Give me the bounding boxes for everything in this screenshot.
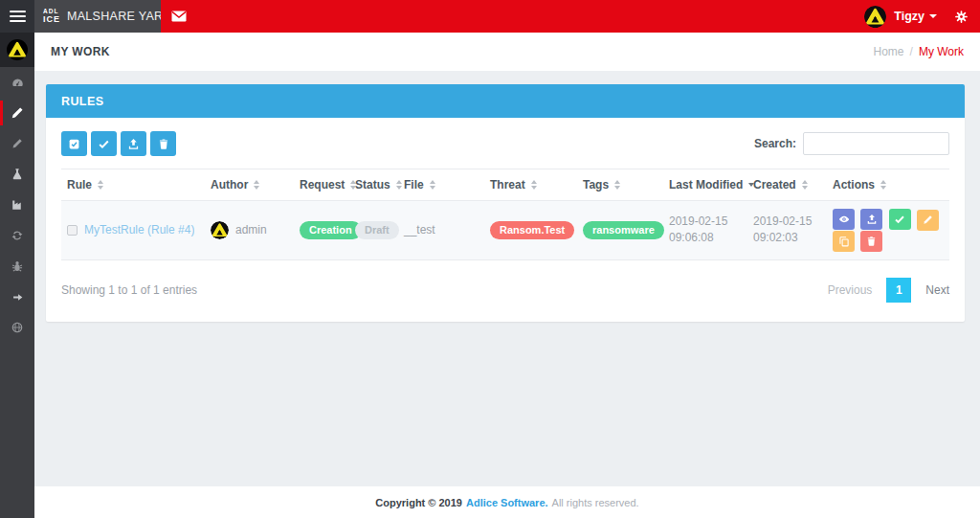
download-button[interactable] <box>860 209 882 230</box>
flask-icon <box>11 168 24 181</box>
bug-icon <box>11 259 24 273</box>
sidebar-item-stats[interactable] <box>0 190 34 220</box>
column-header-rule[interactable]: Rule <box>61 169 205 201</box>
upload-icon <box>866 214 878 225</box>
gear-icon <box>954 10 969 24</box>
app-title: MALSHARE YARA <box>67 10 171 23</box>
author-avatar <box>211 221 229 239</box>
column-header-request[interactable]: Request <box>294 169 349 201</box>
user-menu-button[interactable]: Tigzy <box>894 10 937 23</box>
brand-area: ADL ICE MALSHARE YARA <box>34 0 161 33</box>
validate-button[interactable] <box>91 131 117 156</box>
footer: Copyright © 2019 Adlice Software. All ri… <box>34 486 980 518</box>
sidebar-item-dashboard[interactable] <box>0 67 34 98</box>
sidebar-item-editor[interactable] <box>0 128 34 159</box>
sidebar-item-malware[interactable] <box>0 251 34 282</box>
topbar: ADL ICE MALSHARE YARA Tigzy <box>0 0 980 33</box>
file-name: __test <box>404 223 435 236</box>
request-badge: Creation <box>300 221 362 239</box>
column-header-actions[interactable]: Actions <box>827 169 949 201</box>
sync-icon <box>11 229 24 242</box>
author-name: admin <box>235 223 267 236</box>
eye-icon <box>838 214 850 225</box>
trash-icon <box>866 236 877 247</box>
pagination-page-1[interactable]: 1 <box>886 278 911 303</box>
sidebar-item-signout[interactable] <box>0 282 34 312</box>
search-input[interactable] <box>803 132 949 155</box>
column-header-last-modified[interactable]: Last Modified <box>663 169 747 201</box>
sidebar-nav <box>0 67 34 343</box>
page-title: MY WORK <box>51 45 110 58</box>
sort-icon <box>802 180 808 190</box>
tag-badge: ransomware <box>583 221 664 239</box>
trash-icon <box>158 138 169 150</box>
copy-icon <box>838 236 850 247</box>
arrow-right-icon <box>11 291 24 304</box>
table-row: MyTestRule (Rule #4) admin <box>61 201 949 260</box>
approve-button[interactable] <box>889 209 911 230</box>
row-checkbox[interactable] <box>67 225 78 236</box>
rules-panel: RULES <box>46 84 965 322</box>
last-modified-value: 2019-02-15 09:06:08 <box>669 214 742 247</box>
pagination-next[interactable]: Next <box>925 283 949 297</box>
upload-button[interactable] <box>121 131 146 156</box>
breadcrumb: Home / My Work <box>874 45 964 58</box>
breadcrumb-home-link[interactable]: Home <box>874 45 904 58</box>
table-header-row: Rule Author Request Status File Threat T… <box>61 169 949 201</box>
page-header: MY WORK Home / My Work <box>34 33 980 71</box>
sidebar-item-sync[interactable] <box>0 220 34 251</box>
logo-line2: ICE <box>43 15 60 24</box>
sidebar-toggle-button[interactable] <box>0 0 34 33</box>
threat-badge: Ransom.Test <box>490 221 574 239</box>
sort-icon <box>880 180 886 190</box>
footer-rights: All rights reserved. <box>552 497 639 508</box>
topbar-red-area: Tigzy <box>161 0 980 33</box>
rule-link[interactable]: MyTestRule (Rule #4) <box>84 223 194 236</box>
sidebar-item-rules[interactable] <box>0 98 34 128</box>
sidebar-logo[interactable] <box>0 33 34 67</box>
globe-icon <box>11 321 24 334</box>
status-badge: Draft <box>355 221 399 239</box>
view-button[interactable] <box>833 209 855 230</box>
chevron-down-icon <box>929 14 937 18</box>
table-toolbar: Search: <box>61 131 949 156</box>
table-info: Showing 1 to 1 of 1 entries <box>61 283 197 297</box>
sidebar-item-web[interactable] <box>0 312 34 343</box>
adlice-logo-icon <box>7 39 28 60</box>
adlice-logo-icon: ADL ICE <box>43 9 60 24</box>
pagination-previous[interactable]: Previous <box>828 283 873 297</box>
check-square-icon <box>68 138 80 150</box>
select-all-button[interactable] <box>61 131 87 156</box>
edit-button[interactable] <box>917 210 939 231</box>
hamburger-icon <box>10 20 26 22</box>
industry-icon <box>11 198 24 212</box>
column-header-status[interactable]: Status <box>349 169 398 201</box>
column-header-author[interactable]: Author <box>205 169 294 201</box>
delete-button[interactable] <box>150 131 176 156</box>
pen-icon <box>11 138 23 149</box>
column-header-file[interactable]: File <box>398 169 484 201</box>
breadcrumb-current: My Work <box>919 45 964 58</box>
sidebar-item-lab[interactable] <box>0 159 34 190</box>
gauge-icon <box>11 76 25 90</box>
column-header-created[interactable]: Created <box>747 169 827 201</box>
sort-icon <box>396 180 402 190</box>
column-header-tags[interactable]: Tags <box>577 169 663 201</box>
rules-table: Rule Author Request Status File Threat T… <box>61 169 949 260</box>
created-value: 2019-02-15 09:02:03 <box>753 214 821 247</box>
hamburger-icon <box>10 15 26 17</box>
sort-icon <box>430 180 435 190</box>
hamburger-icon <box>10 11 26 12</box>
pencil-icon <box>11 106 24 120</box>
upload-icon <box>127 138 140 150</box>
sort-icon <box>531 180 537 190</box>
messages-button[interactable] <box>171 10 187 23</box>
column-header-threat[interactable]: Threat <box>484 169 577 201</box>
user-avatar[interactable] <box>864 6 886 28</box>
sort-icon <box>614 180 620 190</box>
delete-row-button[interactable] <box>860 231 882 252</box>
duplicate-button[interactable] <box>833 231 855 252</box>
envelope-icon <box>171 10 187 23</box>
settings-button[interactable] <box>954 10 969 24</box>
footer-brand-link[interactable]: Adlice Software. <box>466 497 548 508</box>
